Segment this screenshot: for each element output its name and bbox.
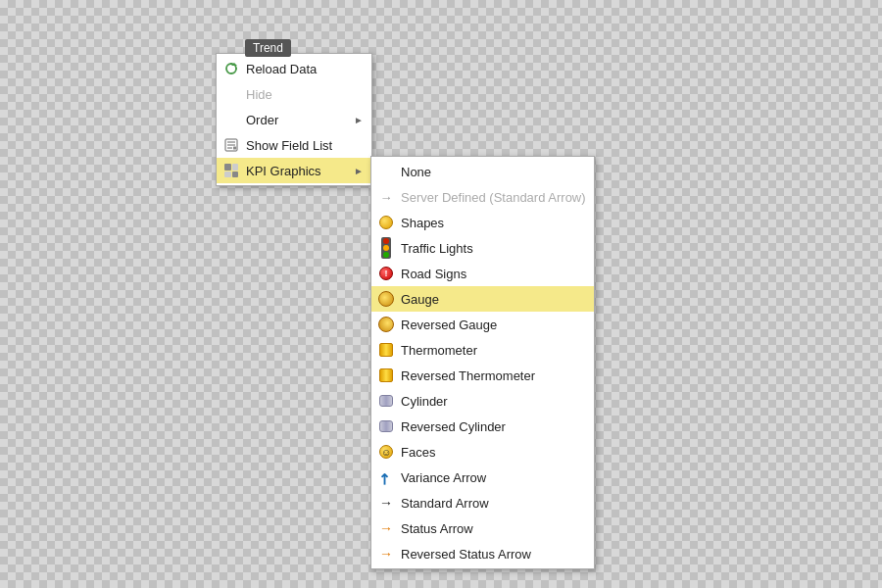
menu-item-order-label: Order (246, 113, 278, 127)
order-submenu-arrow: ► (354, 115, 364, 125)
trend-tooltip: Trend (245, 39, 291, 57)
shapes-icon (377, 214, 395, 231)
submenu-item-thermometer-label: Thermometer (401, 343, 477, 358)
submenu-item-none-label: None (401, 165, 431, 179)
server-defined-icon: → (377, 188, 395, 206)
hide-icon-placeholder (222, 85, 240, 103)
submenu-item-variance-arrow[interactable]: ↗ Variance Arrow (371, 465, 594, 490)
kpi-graphics-icon (222, 162, 240, 179)
submenu-item-shapes[interactable]: Shapes (371, 210, 594, 235)
variance-arrow-icon: ↗ (373, 465, 398, 489)
submenu-item-reversed-cylinder[interactable]: Reversed Cylinder (371, 414, 594, 439)
submenu-item-reversed-gauge-label: Reversed Gauge (401, 318, 497, 332)
submenu-item-standard-arrow-label: Standard Arrow (401, 496, 489, 511)
reversed-cylinder-icon (377, 417, 395, 435)
submenu-item-status-arrow-label: Status Arrow (401, 521, 473, 536)
submenu-item-reversed-thermometer[interactable]: Reversed Thermometer (371, 363, 594, 388)
menu-item-hide-label: Hide (246, 87, 272, 102)
reversed-thermometer-icon (377, 367, 395, 384)
submenu-item-gauge-label: Gauge (401, 292, 439, 307)
submenu-item-reversed-status-arrow-label: Reversed Status Arrow (401, 547, 531, 562)
submenu-item-none[interactable]: None (371, 159, 594, 184)
submenu-item-reversed-status-arrow[interactable]: → Reversed Status Arrow (371, 541, 594, 566)
cylinder-icon (377, 392, 395, 410)
submenu-item-shapes-label: Shapes (401, 216, 444, 230)
gauge-icon (377, 290, 395, 308)
menu-item-order[interactable]: Order ► (217, 107, 371, 132)
submenu-item-variance-arrow-label: Variance Arrow (401, 470, 486, 485)
reversed-status-arrow-icon: → (377, 545, 395, 563)
submenu-item-reversed-cylinder-label: Reversed Cylinder (401, 419, 506, 434)
submenu-item-reversed-gauge[interactable]: Reversed Gauge (371, 312, 594, 337)
submenu-item-server-defined: → Server Defined (Standard Arrow) (371, 184, 594, 210)
menu-item-kpi-graphics-label: KPI Graphics (246, 164, 321, 178)
kpi-submenu: None → Server Defined (Standard Arrow) S… (370, 156, 595, 569)
submenu-item-traffic-lights-label: Traffic Lights (401, 241, 473, 256)
standard-arrow-icon: → (377, 494, 395, 512)
submenu-item-traffic-lights[interactable]: Traffic Lights (371, 235, 594, 261)
menu-item-reload[interactable]: Reload Data (217, 56, 371, 81)
submenu-item-status-arrow[interactable]: → Status Arrow (371, 515, 594, 541)
order-icon-placeholder (222, 111, 240, 128)
submenu-item-faces[interactable]: ☺ Faces (371, 439, 594, 465)
submenu-item-road-signs-label: Road Signs (401, 267, 466, 281)
faces-icon: ☺ (377, 443, 395, 461)
submenu-item-cylinder[interactable]: Cylinder (371, 388, 594, 414)
menu-item-hide: Hide (217, 81, 371, 107)
fieldlist-icon (222, 136, 240, 154)
kpi-submenu-arrow: ► (354, 166, 364, 176)
reload-icon (222, 60, 240, 77)
svg-rect-5 (233, 147, 236, 150)
traffic-lights-icon (377, 239, 395, 257)
submenu-item-thermometer[interactable]: Thermometer (371, 337, 594, 363)
submenu-item-cylinder-label: Cylinder (401, 394, 448, 409)
submenu-item-reversed-thermometer-label: Reversed Thermometer (401, 368, 535, 383)
submenu-item-gauge[interactable]: Gauge (371, 286, 594, 312)
primary-context-menu: Reload Data Hide Order ► Sh (216, 53, 372, 186)
thermometer-icon (377, 341, 395, 359)
status-arrow-icon: → (377, 519, 395, 537)
submenu-item-standard-arrow[interactable]: → Standard Arrow (371, 490, 594, 515)
road-signs-icon: ! (377, 265, 395, 282)
menu-item-show-field-list-label: Show Field List (246, 138, 332, 153)
none-icon (377, 163, 395, 180)
menu-item-show-field-list[interactable]: Show Field List (217, 132, 371, 158)
submenu-item-server-defined-label: Server Defined (Standard Arrow) (401, 190, 586, 205)
menu-item-reload-label: Reload Data (246, 62, 317, 76)
reversed-gauge-icon (377, 316, 395, 333)
menu-item-kpi-graphics[interactable]: KPI Graphics ► None → Server Defined (St… (217, 158, 371, 183)
submenu-item-faces-label: Faces (401, 445, 435, 460)
submenu-item-road-signs[interactable]: ! Road Signs (371, 261, 594, 286)
